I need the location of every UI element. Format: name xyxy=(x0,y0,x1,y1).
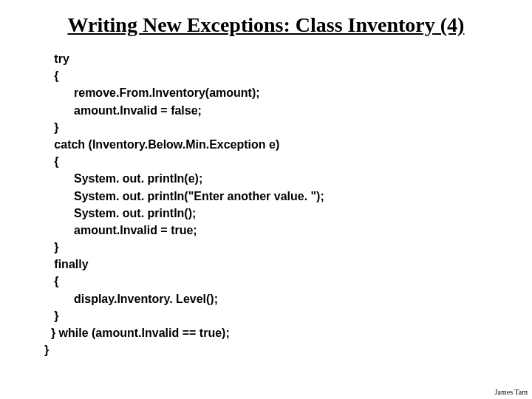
slide: Writing New Exceptions: Class Inventory … xyxy=(0,0,532,399)
code-block: try { remove.From.Inventory(amount); amo… xyxy=(44,50,532,358)
slide-title: Writing New Exceptions: Class Inventory … xyxy=(0,13,532,37)
author-footer: James Tam xyxy=(495,388,528,396)
